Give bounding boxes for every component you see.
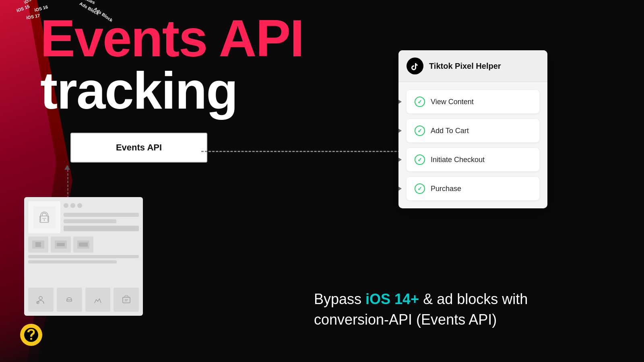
brand-logo [20,324,42,346]
svg-rect-0 [33,206,56,228]
dot2 [70,203,75,208]
check-icon-add-to-cart: ✓ [415,125,425,136]
bottom-prefix: Bypass [314,291,365,307]
icon-box-4 [114,288,139,312]
check-icon-purchase: ✓ [415,183,425,194]
line-medium [64,219,116,223]
title-line2: tracking [40,64,303,117]
svg-point-2 [43,219,45,220]
api-box-label: Events API [116,142,162,152]
event-card-add-to-cart: ✓ Add To Cart [407,119,539,142]
vertical-dashed-arrow [67,166,68,202]
event-row-add-to-cart: ✓ Add To Cart [407,119,539,142]
svg-rect-6 [57,243,65,246]
thumb3 [73,237,93,253]
thumbnails-row [28,237,139,253]
ios-highlight: iOS 14+ [365,291,419,307]
svg-point-9 [39,296,42,300]
check-icon-initiate-checkout: ✓ [415,154,425,165]
panel-events: ✓ View Content ✓ Add To Cart [398,82,547,208]
main-content: Events API tracking Events API iOS 14 iO… [0,0,644,362]
browser-mockup [24,197,143,316]
diagram-container: Events API [70,133,207,162]
icon-box-2 [57,288,82,312]
bottom-text-content: Bypass iOS 14+ & ad blocks with conversi… [314,289,555,330]
event-arrow-purchase [398,187,402,191]
event-label-initiate-checkout: Initiate Checkout [431,156,485,164]
svg-rect-8 [79,243,88,247]
arrow-head-up [64,165,70,170]
event-label-purchase: Purchase [431,185,461,193]
event-label-add-to-cart: Add To Cart [431,127,469,135]
title-line1: Events API [40,12,303,64]
svg-rect-4 [35,242,41,247]
event-row-purchase: ✓ Purchase [407,177,539,200]
tiktok-logo [407,58,423,74]
svg-rect-14 [123,297,130,303]
pixel-helper-panel: Tiktok Pixel Helper ✓ View Content [398,50,547,208]
event-arrow-add-to-cart [398,129,402,133]
horizontal-arrow [201,148,421,154]
dot3 [77,203,82,208]
event-card-purchase: ✓ Purchase [407,177,539,200]
event-arrow-view-content [398,100,402,104]
bottom-icons-row [28,288,139,312]
check-icon-view-content: ✓ [415,97,425,107]
line-long [64,213,139,217]
panel-title: Tiktok Pixel Helper [429,62,501,71]
svg-point-11 [67,298,71,300]
events-api-box: Events API [70,133,207,162]
event-row-initiate-checkout: ✓ Initiate Checkout [407,148,539,171]
icon-box-1 [28,288,54,312]
event-arrow-initiate-checkout [398,158,402,162]
event-card-initiate-checkout: ✓ Initiate Checkout [407,148,539,171]
dashed-line [201,151,415,152]
bottom-text: Bypass iOS 14+ & ad blocks with conversi… [314,289,555,330]
line-accent [64,226,139,231]
title-area: Events API tracking [40,12,303,117]
label-ios14: iOS 14 [23,0,37,5]
icon-box-3 [85,288,111,312]
dot1 [64,203,68,208]
event-label-view-content: View Content [431,98,474,106]
line-b2 [28,260,117,263]
thumb2 [51,237,71,253]
product-image [28,201,60,233]
event-card-view-content: ✓ View Content [407,90,539,113]
event-arrow-head [398,100,402,104]
label-ios15: iOS 15 [16,4,30,13]
thumb1 [28,237,48,253]
line-b1 [28,255,139,258]
label-ios17: iOS 17 [26,13,40,20]
svg-point-17 [20,324,42,346]
event-row-view-content: ✓ View Content [407,90,539,113]
panel-header: Tiktok Pixel Helper [398,50,547,82]
